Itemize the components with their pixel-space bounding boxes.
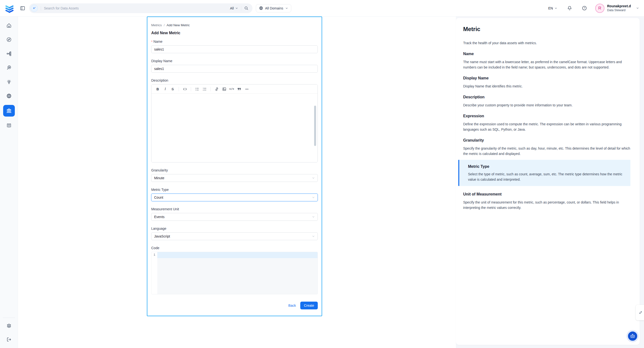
docs-section-display-name: Display Name Display Name that identifie… [463,76,632,89]
help-icon[interactable]: ? [582,6,587,11]
name-label: *Name [151,40,318,44]
sidebar-item-domains[interactable] [4,91,14,101]
sidebar-item-observability[interactable] [4,63,14,73]
search-scope-dropdown[interactable]: All [230,6,238,10]
lightbulb-icon [6,79,12,85]
sidebar-footer [0,318,18,344]
language-label: EN [548,6,553,10]
language-selector[interactable]: EN [548,6,557,10]
sidebar-item-explore[interactable] [4,35,14,45]
code-editor[interactable]: 1 [151,252,318,294]
code-editor-area[interactable] [157,252,318,294]
sidebar-item-learning[interactable] [4,120,14,131]
measurement-unit-select[interactable]: Events [151,213,318,221]
docs-section-unit-of-measurement: Unit of Measurement Specify the unit of … [463,192,632,210]
compass-icon [6,37,12,42]
domains-filter-button[interactable]: All Domains [256,4,291,13]
breadcrumb-separator: / [164,23,165,27]
avatar: R [595,4,604,13]
add-metric-form-card: Metrics / Add New Metric Add New Metric … [147,17,322,316]
granularity-select[interactable]: Minute [151,174,318,182]
search-icon[interactable] [244,6,248,11]
link-icon[interactable] [213,86,220,92]
measurement-unit-field-group: Measurement Unit Events [151,207,318,221]
user-menu[interactable]: R Rounakpreet.d Data Steward [595,4,639,13]
divider [179,87,179,91]
blockquote-icon[interactable] [236,86,242,92]
app-logo-icon[interactable] [4,3,14,13]
back-button[interactable]: Back [288,303,296,307]
divider [41,6,41,11]
numbered-list-icon[interactable]: 1 2 [201,86,208,92]
docs-section-granularity: Granularity Specify the granularity of t… [463,138,632,156]
language-value: JavaScript [154,234,170,238]
chatbot-button[interactable] [627,331,638,341]
chevron-down-icon [554,7,557,10]
sidebar-item-insights[interactable] [4,77,14,87]
docs-intro: Track the health of your data assets wit… [463,40,632,46]
open-book-icon [6,123,12,128]
code-block-icon[interactable]: </> [228,86,235,92]
form-actions: Back Create [151,302,318,309]
inline-code-icon[interactable] [182,86,188,92]
docs-section-heading: Name [463,52,632,56]
docs-section-heading: Display Name [463,76,632,81]
display-name-field[interactable] [151,65,318,73]
domains-filter-label: All Domains [265,6,283,10]
globe-icon [6,93,12,99]
svg-text:1: 1 [203,87,204,89]
measurement-unit-label: Measurement Unit [151,207,318,211]
language-select[interactable]: JavaScript [151,232,318,240]
docs-section-expression: Expression Define the expression used to… [463,114,632,132]
sidebar-item-settings[interactable] [4,321,14,331]
sidebar-item-governance[interactable] [3,105,15,117]
chevron-down-icon [235,7,238,10]
docs-section-heading: Expression [463,114,632,119]
editor-scrollbar[interactable] [314,106,316,146]
notifications-bell-icon[interactable] [567,6,572,11]
italic-icon[interactable]: I [162,86,168,92]
strikethrough-icon[interactable]: S [170,86,176,92]
metric-type-field-group: Metric Type Count [151,188,318,201]
breadcrumb-metrics-link[interactable]: Metrics [151,23,162,27]
horizontal-rule-icon[interactable] [244,86,250,92]
name-field[interactable] [151,46,318,53]
user-name: Rounakpreet.d [607,4,631,8]
image-icon[interactable] [221,86,228,92]
code-line-number: 1 [152,252,157,294]
docs-section-metric-type-highlighted: Metric Type Select the type of metric, s… [458,160,630,186]
docs-section-heading: Description [463,95,632,100]
granularity-field-group: Granularity Minute [151,168,318,182]
code-field-group: Code 1 [151,246,318,294]
bullet-list-icon[interactable] [194,86,200,92]
metric-type-value: Count [154,195,163,199]
logout-icon [6,337,12,342]
top-navbar: Search for Data Assets All All Domains E… [0,0,644,17]
description-editor-area[interactable] [152,94,318,162]
search-input[interactable]: Search for Data Assets [44,6,230,10]
bold-icon[interactable]: B [154,86,161,92]
required-asterisk: * [151,40,152,44]
sidebar-item-logout[interactable] [4,334,14,344]
sidebar-item-home[interactable] [4,21,14,31]
metric-type-label: Metric Type [151,188,318,192]
panel-resize-handle[interactable] [636,305,644,320]
language-label: Language [151,227,318,230]
divider [241,6,241,11]
display-name-label: Display Name [151,59,318,63]
docs-section-body: Select the type of metric, such as count… [468,171,626,182]
global-search-bar[interactable]: Search for Data Assets All [29,4,252,13]
docs-section-heading: Unit of Measurement [463,192,632,197]
search-scope-label: All [230,6,234,10]
measurement-unit-value: Events [154,215,164,219]
app-root: Search for Data Assets All All Domains E… [0,0,644,348]
chevron-down-icon [312,235,315,238]
metric-type-select[interactable]: Count [151,194,318,201]
docs-section-name: Name The name must start with a lowercas… [463,52,632,70]
ai-sparkle-icon[interactable] [30,5,38,12]
create-button[interactable]: Create [300,302,318,309]
sidebar-item-lineage[interactable] [4,49,14,59]
sidebar-toggle-icon[interactable] [19,5,26,12]
editor-toolbar: B I S 1 2 [152,85,318,94]
svg-text:?: ? [584,7,585,10]
